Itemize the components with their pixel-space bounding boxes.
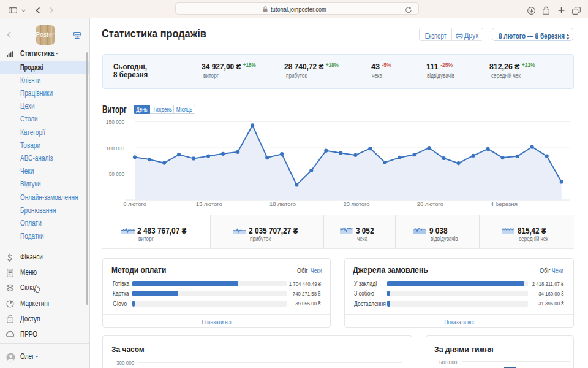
- svg-text:50 000: 50 000: [109, 171, 125, 177]
- svg-text:13 лютого: 13 лютого: [196, 201, 222, 207]
- svg-text:28 лютого: 28 лютого: [417, 201, 443, 207]
- svg-text:100 000: 100 000: [106, 145, 124, 151]
- svg-text:150 000: 150 000: [106, 118, 124, 125]
- svg-text:23 лютого: 23 лютого: [344, 201, 370, 207]
- svg-text:18 лютого: 18 лютого: [270, 201, 296, 207]
- svg-text:8 лютого: 8 лютого: [123, 201, 146, 207]
- svg-text:4 березня: 4 березня: [491, 201, 518, 207]
